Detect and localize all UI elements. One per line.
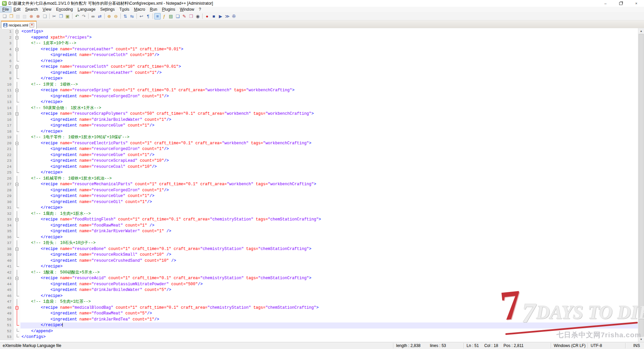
status-insert-mode[interactable]: INS [625, 343, 644, 348]
tab-label: recipes.xml [9, 23, 28, 27]
fold-toggle[interactable] [14, 246, 20, 252]
zoom-out-icon[interactable]: ⊖ [113, 13, 119, 19]
macro-record-icon[interactable]: ● [204, 13, 210, 19]
code-text: <ingredient name="resourceRockSmall" cou… [20, 252, 638, 258]
macro-run-multiple-icon[interactable]: ≫ [224, 13, 230, 19]
status-encoding[interactable]: UTF-8 [588, 343, 625, 348]
print-icon[interactable]: ❑ [42, 13, 48, 19]
document-list-icon[interactable]: ❏ [174, 13, 181, 19]
macro-play-icon[interactable]: ▶ [217, 13, 224, 19]
toolbar-separator [88, 13, 89, 19]
fold-toggle[interactable] [14, 182, 20, 188]
code-line: 11 <recipe name="resourceSpring" count="… [0, 88, 638, 94]
line-number: 23 [0, 158, 14, 164]
redo-icon[interactable]: ↷ [80, 13, 87, 19]
fold-toggle[interactable] [14, 64, 20, 70]
show-indent-guide-icon[interactable]: ≡ [154, 13, 161, 19]
menu-item-tools[interactable]: Tools [117, 7, 131, 12]
fold-toggle[interactable] [14, 305, 20, 311]
menu-item-file[interactable]: File [0, 7, 11, 12]
cut-icon[interactable]: ✂ [51, 13, 57, 19]
edit-marker-icon[interactable]: ✎ [181, 13, 187, 19]
menu-item-search[interactable]: Search [23, 7, 40, 12]
code-text: <ingredient name="resourceForgedIron" co… [20, 146, 638, 152]
close-button[interactable]: × [629, 0, 644, 7]
menu-item-plugins[interactable]: Plugins [160, 7, 177, 12]
code-line: 43 <recipe name="resourceAcid" count="1"… [0, 276, 638, 282]
status-doc-type: eXtensible Markup Language file [0, 343, 393, 348]
code-text: <recipe name="resourceSpring" count="1" … [20, 88, 638, 94]
restore-button[interactable] [613, 0, 629, 7]
fold-margin [14, 264, 20, 270]
fold-toggle[interactable] [14, 217, 20, 223]
menu-item-window[interactable]: Window [177, 7, 197, 12]
fold-toggle[interactable] [14, 47, 20, 53]
scroll-up-icon[interactable]: ▲ [638, 28, 644, 34]
word-wrap-icon[interactable]: ↩ [138, 13, 145, 19]
line-number: 39 [0, 252, 14, 258]
editor[interactable]: 1<configs>2 <append xpath="/recipes">3 <… [0, 28, 638, 342]
paste-icon[interactable]: ▣ [64, 13, 71, 19]
fold-margin [14, 223, 20, 229]
scroll-down-icon[interactable]: ▼ [638, 337, 644, 342]
code-text: <ingredient name="drinkJarBoiledWater" c… [20, 287, 638, 293]
line-number: 51 [0, 322, 14, 329]
menu-item-language[interactable]: Language [75, 7, 98, 12]
fold-toggle[interactable] [14, 111, 20, 117]
menu-item-run[interactable]: Run [148, 7, 160, 12]
code-line: 35 <ingredient name="drinkJarRiverWater"… [0, 229, 638, 235]
tab-close-icon[interactable]: × [30, 23, 34, 28]
menu-item-macro[interactable]: Macro [131, 7, 147, 12]
fold-toggle[interactable] [14, 29, 20, 35]
document-map-icon[interactable]: ▤ [168, 13, 174, 19]
menu-item-encoding[interactable]: Encoding [54, 7, 75, 12]
function-list-icon[interactable]: ƒ [161, 13, 167, 19]
tab-recipes-xml[interactable]: recipes.xml × [1, 21, 37, 29]
fold-toggle[interactable] [14, 88, 20, 94]
explorer-folder-icon[interactable]: ❒ [188, 13, 194, 19]
copy-icon[interactable]: ❐ [58, 13, 64, 19]
menu-item-settings[interactable]: Settings [98, 7, 117, 12]
line-number: 52 [0, 329, 14, 335]
line-number: 45 [0, 287, 14, 293]
replace-icon[interactable]: ⇄ [97, 13, 103, 19]
save-all-icon[interactable]: ▥ [21, 13, 28, 19]
code-line: 3 <!-- 1皮革=10个布--> [0, 41, 638, 47]
code-line: 7 <recipe name="resourceCloth" count="10… [0, 64, 638, 70]
menu-item-help[interactable]: ? [197, 7, 204, 12]
vertical-scrollbar[interactable]: ▲ ▼ [638, 28, 644, 342]
fold-margin [14, 311, 20, 317]
fold-toggle[interactable] [14, 141, 20, 147]
toolbar-separator [202, 13, 203, 19]
menu-item-view[interactable]: View [40, 7, 54, 12]
synchronize-horizontal-scrolling-icon[interactable]: ⇆ [129, 13, 135, 19]
status-length: length : 2,838 [396, 343, 421, 348]
undo-icon[interactable]: ↶ [74, 13, 80, 19]
new-file-icon[interactable]: ❏ [1, 13, 8, 19]
close-document-icon[interactable]: ⊗ [28, 13, 35, 19]
fold-toggle[interactable] [14, 35, 20, 41]
show-all-characters-icon[interactable]: ¶ [145, 13, 151, 19]
view-eye-icon[interactable]: ◉ [195, 13, 201, 19]
code-line: 4 <recipe name="resourceLeather" count="… [0, 47, 638, 53]
close-all-documents-icon[interactable]: ⊗ [35, 13, 41, 19]
macro-stop-icon[interactable]: ■ [211, 13, 217, 19]
minimize-button[interactable]: – [598, 0, 613, 7]
scrollbar-thumb[interactable] [639, 34, 644, 337]
code-line: 45 <ingredient name="drinkJarBoiledWater… [0, 287, 638, 293]
code-line: 42 <!-- 1酸液： 500硝酸盐+5开水--> [0, 270, 638, 276]
save-icon[interactable]: ▤ [15, 13, 21, 19]
line-number: 5 [0, 52, 14, 58]
line-number: 8 [0, 70, 14, 76]
synchronize-vertical-scrolling-icon[interactable]: ⇅ [122, 13, 128, 19]
fold-toggle[interactable] [14, 276, 20, 282]
status-eol[interactable]: Windows (CR LF) [551, 343, 588, 348]
find-icon[interactable]: ∞ [90, 13, 96, 19]
macro-save-icon[interactable]: ✇ [231, 13, 237, 19]
line-number: 3 [0, 41, 14, 47]
open-file-icon[interactable]: ❐ [8, 13, 14, 19]
zoom-in-icon[interactable]: ⊕ [106, 13, 112, 19]
menu-item-edit[interactable]: Edit [11, 7, 23, 12]
line-number: 49 [0, 311, 14, 317]
code-text: <ingredient name="resourceCoal" count="1… [20, 164, 638, 170]
